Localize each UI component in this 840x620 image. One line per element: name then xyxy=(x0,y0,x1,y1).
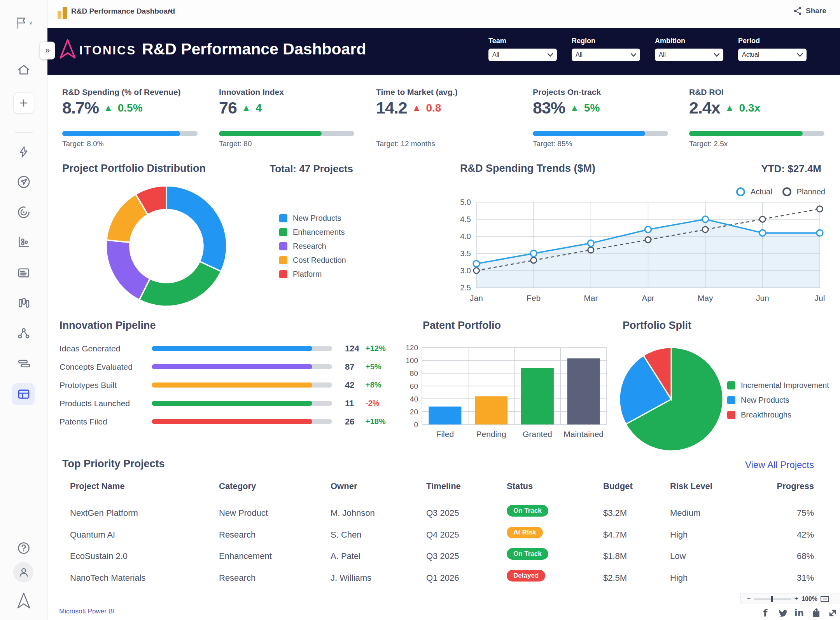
open-external-icon[interactable] xyxy=(827,608,838,618)
chevron-down-icon xyxy=(714,53,719,57)
legend-label: New Products xyxy=(741,396,789,405)
planned-marker xyxy=(702,227,708,232)
sidebar-item-levels[interactable] xyxy=(0,356,47,372)
svg-text:Pending: Pending xyxy=(476,430,506,438)
actual-marker xyxy=(760,230,766,236)
zoom-out-button[interactable]: − xyxy=(747,595,751,603)
sidebar-item-flag[interactable]: ∨ xyxy=(0,15,47,30)
legend-swatch xyxy=(279,228,287,236)
sidebar-item-help[interactable] xyxy=(0,540,47,556)
top-priority-projects-section: Top Priority Projects View All Projects … xyxy=(47,453,840,593)
linkedin-icon[interactable]: in xyxy=(793,608,805,618)
svg-text:4.5: 4.5 xyxy=(460,215,471,224)
zoom-in-button[interactable]: + xyxy=(794,595,799,603)
sidebar-item-kanban[interactable] xyxy=(0,295,47,311)
ambition-select[interactable]: All xyxy=(655,49,723,61)
legend-item: Enhancements xyxy=(279,225,346,239)
page-title: R&D Performance Dashboard xyxy=(142,40,366,58)
team-select[interactable]: All xyxy=(488,49,557,61)
planned-marker xyxy=(474,268,480,274)
sidebar-item-activity[interactable] xyxy=(0,144,47,160)
kpi-value: 8.7% xyxy=(62,98,99,117)
pipeline-fill xyxy=(152,364,312,369)
kpi-progress-fill xyxy=(689,131,803,136)
actual-marker xyxy=(817,230,823,236)
planned-marker xyxy=(817,206,823,212)
patent-portfolio-bar-chart: 120100806040200FiledPendingGrantedMainta… xyxy=(397,338,614,443)
view-all-projects-link[interactable]: View All Projects xyxy=(745,459,814,470)
legend-item: Platform xyxy=(279,267,346,281)
pipeline-row: Concepts Evaluated 87 +5% xyxy=(54,358,397,376)
svg-text:Jan: Jan xyxy=(470,293,483,302)
cell-timeline: Q3 2025 xyxy=(426,551,459,561)
sidebar-divider xyxy=(15,132,33,133)
section-title-portfolio-distribution: Project Portfolio Distribution xyxy=(62,162,206,175)
zoom-slider-handle[interactable] xyxy=(771,596,773,602)
sidebar-item-account[interactable] xyxy=(0,564,47,580)
report-title[interactable]: R&D Performance Dashboard xyxy=(71,7,175,16)
svg-text:Mar: Mar xyxy=(584,293,598,302)
planned-marker xyxy=(531,257,537,263)
kpi-progress-track xyxy=(219,131,354,136)
pipeline-label: Products Launched xyxy=(60,399,130,408)
microsoft-powerbi-link[interactable]: Microsoft Power BI xyxy=(59,608,115,615)
sidebar-item-home[interactable] xyxy=(0,62,47,78)
cell-budget: $3.2M xyxy=(603,508,627,518)
cell-budget: $4.7M xyxy=(603,530,627,540)
footer-divider xyxy=(47,603,840,603)
kpi-target: Target: 85% xyxy=(533,140,572,148)
legend-swatch xyxy=(279,270,287,278)
cell-timeline: Q1 2026 xyxy=(426,573,459,583)
table-row[interactable]: NextGen Platform New Product M. Johnson … xyxy=(47,503,840,524)
table-row[interactable]: Quantum AI Research S. Chen Q4 2025 At R… xyxy=(47,524,840,546)
legend-label: Enhancements xyxy=(293,228,345,237)
sidebar-item-cards[interactable] xyxy=(0,265,47,281)
svg-text:20: 20 xyxy=(410,408,418,416)
svg-text:Jun: Jun xyxy=(756,293,769,302)
sidebar-item-target[interactable] xyxy=(0,204,47,220)
trend-up-icon: ▲ xyxy=(242,102,251,114)
share-upload-icon[interactable] xyxy=(810,608,822,618)
chevron-down-icon[interactable]: ∨ xyxy=(168,7,173,14)
twitter-icon[interactable] xyxy=(777,608,789,618)
svg-text:2.5: 2.5 xyxy=(460,283,471,292)
itonics-logo-icon xyxy=(59,39,76,59)
legend-label: Breakthroughs xyxy=(741,410,791,419)
kpi-card-rd-spending: R&D Spending (% of Revenue) 8.7%▲0.5% Ta… xyxy=(62,87,199,150)
kpi-title: R&D ROI xyxy=(689,87,826,97)
create-new-button[interactable] xyxy=(13,93,34,114)
spending-trends-line-chart: 2.53.03.54.04.55.0JanFebMarAprMayJunJul xyxy=(447,183,832,307)
share-button[interactable]: Share xyxy=(793,6,826,16)
filter-label: Period xyxy=(738,37,807,45)
region-select[interactable]: All xyxy=(572,49,640,61)
sidebar-item-charts[interactable] xyxy=(0,234,47,250)
legend-item: Breakthroughs xyxy=(727,407,829,422)
pipeline-value: 42 xyxy=(345,380,354,390)
pipeline-delta: +5% xyxy=(366,362,382,371)
itonics-arrow-icon[interactable] xyxy=(0,592,47,610)
period-select[interactable]: Actual xyxy=(738,49,807,61)
legend-swatch xyxy=(279,214,287,222)
cell-risk: High xyxy=(670,530,688,540)
fit-to-page-icon[interactable] xyxy=(821,596,829,602)
facebook-icon[interactable]: f xyxy=(760,608,771,618)
zoom-slider[interactable] xyxy=(754,599,791,599)
pie-legend: Incremental Improvement New Products Bre… xyxy=(727,378,829,422)
sidebar-item-hierarchy[interactable] xyxy=(0,326,47,341)
donut-slice-0 xyxy=(166,186,227,271)
sidebar-item-dashboard-active[interactable] xyxy=(0,386,47,402)
cell-timeline: Q3 2025 xyxy=(426,508,459,518)
svg-text:4.0: 4.0 xyxy=(460,232,471,241)
svg-text:60: 60 xyxy=(410,382,418,390)
section-title-innovation-pipeline: Innovation Pipeline xyxy=(60,320,156,332)
section-title-patent-portfolio: Patent Portfolio xyxy=(423,320,501,332)
sidebar-item-explore[interactable] xyxy=(0,174,47,190)
cell-timeline: Q4 2025 xyxy=(426,530,459,540)
svg-text:Jul: Jul xyxy=(815,293,825,302)
expand-sidebar-button[interactable]: » xyxy=(40,42,55,59)
table-row[interactable]: EcoSustain 2.0 Enhancement A. Patel Q3 2… xyxy=(47,546,840,568)
pipeline-label: Prototypes Built xyxy=(60,381,117,390)
cell-progress: 68% xyxy=(797,551,814,561)
table-row[interactable]: NanoTech Materials Research J. Williams … xyxy=(47,568,840,589)
zoom-level: 100% xyxy=(802,596,817,603)
